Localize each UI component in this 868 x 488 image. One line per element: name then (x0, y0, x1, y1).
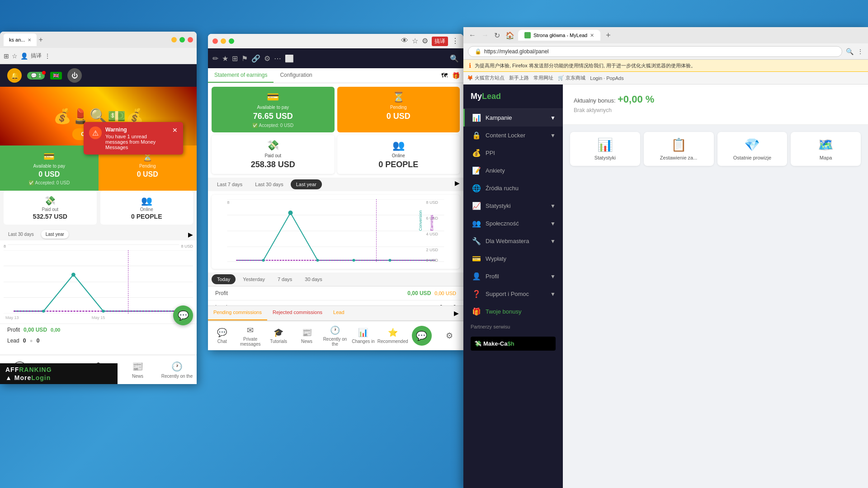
icon-prowizje[interactable]: 💎 Ostatnie prowizje (717, 132, 788, 166)
flag-icon[interactable]: 🇬🇧 (50, 72, 62, 80)
translate-text[interactable]: 搞译 (31, 52, 42, 60)
bookmark-4[interactable]: 🛒 京东商城 (558, 75, 585, 81)
period-tab-30days[interactable]: Last 30 days (4, 230, 38, 239)
eye-hide-icon[interactable]: 👁 (401, 37, 408, 46)
mid-settings-tab[interactable]: ⚙ (435, 321, 463, 350)
layout-icon-mid[interactable]: ⊞ (232, 54, 238, 63)
mid-changes-tab[interactable]: 📊 Changes in (349, 321, 377, 350)
profile-icon-left[interactable]: 👤 (20, 52, 28, 60)
pending-commissions-tab[interactable]: Pending commissions (208, 306, 267, 320)
commission-next-btn[interactable]: ▶ (449, 306, 463, 320)
sidebar-bonusy[interactable]: 🎁 Twoje bonusy (463, 303, 563, 320)
bookmark-3[interactable]: 常用网址 (533, 75, 553, 81)
win-min-mid[interactable] (221, 38, 226, 44)
sidebar-kampanie[interactable]: 📊 Kampanie ▼ (463, 109, 563, 127)
nav-news-left[interactable]: 📰 News (118, 355, 157, 384)
tab-close-left[interactable]: ✕ (28, 38, 31, 42)
bookmark-1[interactable]: 🦊 火狐官方站点 (467, 75, 505, 81)
right-tab-active[interactable]: Strona główna - MyLead ✕ (518, 30, 600, 41)
mid-recommended-tab[interactable]: ⭐ Recommended (377, 321, 408, 350)
sidebar-ankiety[interactable]: 📝 Ankiety (463, 162, 563, 179)
sidebar-wyplaty[interactable]: 💳 Wypłaty (463, 250, 563, 267)
settings-icon-mid2[interactable]: ⚙ (264, 54, 270, 63)
mid-30days-tab[interactable]: 30 days (299, 274, 328, 284)
warning-close-btn[interactable]: ✕ (172, 127, 178, 134)
mid-tutorials-tab[interactable]: 🎓 Tutorials (264, 321, 292, 350)
subnav-bonus-icon[interactable]: 🎁 (450, 70, 462, 81)
bookmark-icon-mid[interactable]: ☆ (412, 37, 418, 46)
brands-bar: AFFRANKING ▲ MoreLogin (0, 363, 118, 384)
win-close-left[interactable] (188, 37, 193, 42)
translate-icon[interactable]: ⊞ (4, 52, 9, 60)
more-icon-mid[interactable]: ⋮ (452, 37, 459, 46)
fwd-icon-right[interactable]: → (480, 31, 491, 39)
home-icon-right[interactable]: 🏠 (504, 31, 516, 40)
share-icon-mid[interactable]: 🔗 (251, 54, 260, 63)
sidebar-profil[interactable]: 👤 Profil ▼ (463, 267, 563, 285)
rejected-commissions-tab[interactable]: Rejected commissions (267, 306, 328, 320)
warning-body: You have 1 unread messages from Money Me… (105, 134, 169, 150)
mid-period-30days[interactable]: Last 30 days (250, 179, 288, 189)
right-tab-close[interactable]: ✕ (590, 33, 594, 38)
settings-icon-mid[interactable]: ⚙ (422, 37, 428, 46)
translate-btn-mid[interactable]: 搞译 (432, 37, 448, 46)
mid-recent-tab[interactable]: 🕐 Recently on the (321, 321, 349, 350)
win-close-mid[interactable] (212, 38, 218, 44)
mid-private-tab[interactable]: ✉ Private messages (236, 321, 264, 350)
messages-badge[interactable]: 💬 1 (27, 72, 45, 80)
icon-statystyki[interactable]: 📊 Statystyki (570, 132, 640, 166)
subnav-config[interactable]: Configuration (274, 68, 318, 83)
more-icon-mid2[interactable]: ⋯ (274, 54, 281, 63)
mid-float-chat-btn[interactable]: 💬 (412, 326, 432, 346)
mid-period-7days[interactable]: Last 7 days (212, 179, 248, 189)
sidebar-content-locker[interactable]: 🔒 Content Locker ▼ (463, 127, 563, 144)
sidebar-ppi[interactable]: 💰 PPI (463, 144, 563, 162)
more-icon-left[interactable]: ⋮ (44, 52, 51, 60)
subnav-statement[interactable]: Statement of earnings (208, 68, 274, 83)
toolbar-more-right[interactable]: ⋮ (857, 48, 863, 55)
win-max-mid[interactable] (229, 38, 234, 44)
sidebar-spolecznosc[interactable]: 👥 Społeczność ▼ (463, 215, 563, 232)
star-icon-mid[interactable]: ★ (222, 54, 228, 63)
bookmark-5[interactable]: Login · PopAds (590, 75, 624, 81)
tab-left[interactable]: ks an... ✕ (4, 33, 37, 46)
icon-mapa[interactable]: 🗺️ Mapa (791, 132, 861, 166)
sidebar-statystyki[interactable]: 📈 Statystyki ▼ (463, 197, 563, 215)
mid-7days-tab[interactable]: 7 days (272, 274, 297, 284)
search-icon-right[interactable]: 🔍 (846, 48, 854, 55)
mid-period-next[interactable]: ▶ (455, 179, 460, 189)
search-icon-mid[interactable]: 🔍 (450, 54, 459, 63)
lead-tab-mid[interactable]: Lead (328, 306, 349, 320)
flag-icon-mid[interactable]: ⚑ (241, 54, 248, 63)
bell-icon-left[interactable]: 🔔 (7, 68, 22, 83)
mid-yesterday-tab[interactable]: Yesterday (237, 274, 270, 284)
mid-chat-tab[interactable]: 💬 Chat (208, 321, 236, 350)
win-minimize-left[interactable] (171, 37, 177, 42)
win-maximize-left[interactable] (179, 37, 185, 42)
bookmark-icon-left[interactable]: ☆ (12, 52, 18, 60)
no-active-label: Brak aktywnych (574, 105, 654, 115)
power-icon-left[interactable]: ⏻ (67, 68, 82, 83)
mid-today-tab[interactable]: Today (212, 274, 236, 284)
period-tab-lastyear[interactable]: Last year (41, 230, 69, 239)
mylead-logo-text: MyLead (471, 92, 556, 101)
new-tab-btn-right[interactable]: + (602, 31, 614, 40)
sidebar-webmaster[interactable]: 🔧 Dla Webmastera ▼ (463, 232, 563, 250)
mid-period-lastyear[interactable]: Last year (291, 179, 322, 189)
nav-recent-left[interactable]: 🕐 Recently on the (157, 355, 197, 384)
reload-icon-right[interactable]: ↻ (492, 31, 502, 40)
sidebar-zrodla[interactable]: 🌐 Źródła ruchu (463, 179, 563, 197)
icon-zestawienie[interactable]: 📋 Zestawienie za... (644, 132, 714, 166)
mid-news-tab[interactable]: 📰 News (292, 321, 321, 350)
pencil-icon-mid[interactable]: ✏ (212, 54, 218, 63)
back-icon-right[interactable]: ← (467, 31, 478, 39)
fullscreen-icon-mid[interactable]: ⬜ (285, 54, 294, 63)
float-chat-btn-left[interactable]: 💬 (173, 305, 193, 325)
spolecznosc-arrow: ▼ (550, 221, 556, 227)
tab-new-left[interactable]: + (38, 36, 42, 44)
sidebar-support[interactable]: ❓ Support i Pomoc ▼ (463, 285, 563, 303)
period-next-btn[interactable]: ▶ (188, 231, 193, 238)
url-bar[interactable]: 🔒 https://mylead.global/panel (468, 46, 842, 57)
bookmark-2[interactable]: 新手上路 (509, 75, 529, 81)
subnav-map-icon[interactable]: 🗺 (439, 70, 449, 81)
